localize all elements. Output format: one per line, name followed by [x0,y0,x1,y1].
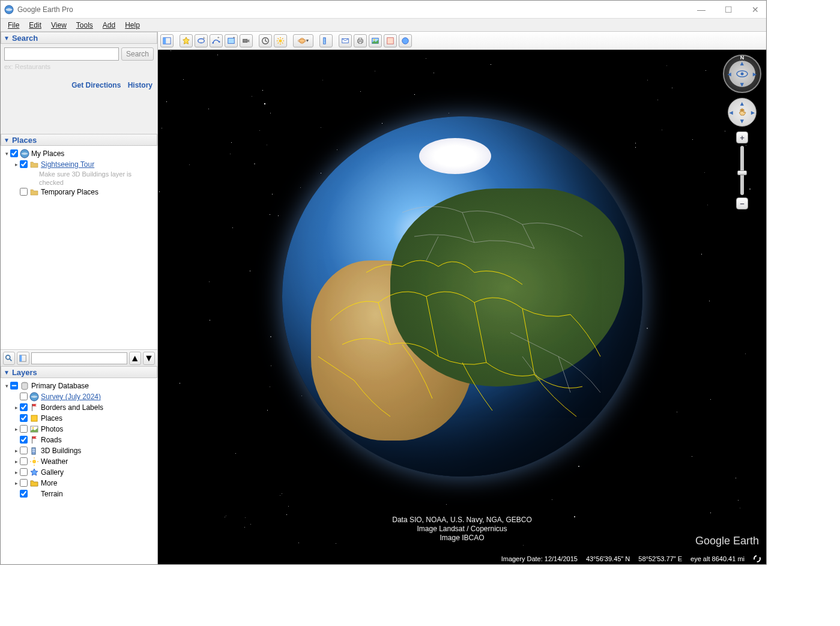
layers-item-weather[interactable]: ▸Weather [1,456,157,467]
expand-arrow[interactable]: ▸ [13,457,20,466]
menu-view[interactable]: View [47,20,70,31]
map-viewport[interactable]: Data SIO, NOAA, U.S. Navy, NGA, GEBCO Im… [158,50,766,564]
places-filter-input[interactable] [31,352,127,364]
tb-ruler[interactable] [319,34,333,47]
tb-image-overlay[interactable]: + [225,34,238,47]
places-search-icon[interactable] [3,352,15,365]
close-button[interactable]: ✕ [748,4,763,16]
tb-view-maps[interactable] [384,34,397,47]
menu-edit[interactable]: Edit [25,20,45,31]
compass-control[interactable]: N ▴ ▾ ◂ ▸ [723,55,761,93]
tb-planet[interactable]: ▾ [293,34,313,47]
search-input[interactable] [4,47,119,61]
layers-item-more[interactable]: ▸More [1,478,157,489]
tree-label[interactable]: Survey (July 2024) [41,392,101,402]
tree-label[interactable]: Weather [41,457,68,466]
tree-label[interactable]: Sightseeing Tour [41,160,94,169]
tree-label[interactable]: My Places [31,149,64,158]
search-panel-header[interactable]: ▼Search [1,32,157,44]
checkbox[interactable] [20,414,28,422]
layers-item-places[interactable]: Places [1,413,157,424]
menu-tools[interactable]: Tools [73,20,97,31]
get-directions-link[interactable]: Get Directions [71,81,121,89]
expand-arrow[interactable]: ▸ [13,468,20,477]
places-panel-header[interactable]: ▼Places [1,134,157,146]
tree-label[interactable]: Gallery [41,468,64,477]
checkbox[interactable] [20,436,28,444]
svg-text:+: + [203,37,205,40]
tree-label[interactable]: 3D Buildings [41,446,81,456]
checkbox[interactable] [20,457,28,465]
menu-file[interactable]: File [4,20,23,31]
tb-save-image[interactable] [369,34,382,47]
layers-item-roads[interactable]: Roads [1,435,157,445]
tree-label[interactable]: More [41,478,57,488]
places-item-temporary-places[interactable]: Temporary Places [1,187,157,197]
tree-label[interactable]: Primary Database [31,381,89,391]
expand-arrow[interactable]: ▸ [13,403,20,412]
places-up-button[interactable]: ▲ [129,352,141,365]
tb-sphere[interactable] [399,34,412,47]
globe[interactable] [282,116,642,477]
layers-item-borders-and-labels[interactable]: ▸Borders and Labels [1,402,157,413]
layers-item-primary-database[interactable]: ▾Primary Database [1,381,157,391]
checkbox[interactable] [20,490,28,498]
checkbox[interactable] [10,382,18,390]
svg-rect-13 [32,448,35,454]
checkbox[interactable] [20,425,28,433]
earth-icon [29,392,39,402]
tb-panel-toggle[interactable] [160,34,174,47]
search-button[interactable]: Search [121,47,154,61]
expand-arrow[interactable]: ▸ [13,478,20,488]
expand-arrow[interactable]: ▾ [3,149,10,158]
checkbox[interactable] [20,160,28,168]
zoom-in-button[interactable]: + [736,131,748,143]
expand-arrow[interactable]: ▾ [3,381,10,391]
checkbox[interactable] [20,393,28,400]
tb-polygon[interactable]: + [195,34,208,47]
tb-path[interactable]: + [210,34,223,47]
checkbox[interactable] [20,479,28,487]
checkbox[interactable] [20,447,28,454]
menu-help[interactable]: Help [121,20,144,31]
places-item-sightseeing-tour[interactable]: ▸Sightseeing Tour [1,159,157,170]
expand-arrow[interactable]: ▸ [13,446,20,456]
tree-label[interactable]: Temporary Places [41,187,98,197]
tree-label[interactable]: Borders and Labels [41,403,103,412]
checkbox[interactable] [20,468,28,476]
places-down-button[interactable]: ▼ [143,352,155,365]
menu-add[interactable]: Add [99,20,119,31]
zoom-thumb[interactable] [737,170,747,175]
layers-item-photos[interactable]: ▸Photos [1,424,157,435]
layers-item-3d-buildings[interactable]: ▸3D Buildings [1,445,157,456]
minimize-button[interactable]: — [693,4,709,16]
tree-label[interactable]: Roads [41,435,62,445]
tree-label[interactable]: Places [41,414,62,423]
zoom-out-button[interactable]: − [736,197,748,209]
tb-record-tour[interactable] [240,34,253,47]
places-panel-icon[interactable] [17,352,29,365]
layers-panel-header[interactable]: ▼Layers [1,366,157,378]
tb-historical[interactable] [259,34,272,47]
tree-label[interactable]: Photos [41,424,63,434]
tb-email[interactable] [339,34,352,47]
checkbox[interactable] [20,188,28,196]
layers-item-gallery[interactable]: ▸Gallery [1,467,157,478]
zoom-slider[interactable]: + − [736,131,748,209]
checkbox[interactable] [10,149,18,157]
history-link[interactable]: History [128,81,153,89]
maximize-button[interactable]: ☐ [721,4,736,16]
layers-item-survey-july-2024-[interactable]: Survey (July 2024) [1,391,157,402]
tb-sunlight[interactable] [274,34,287,47]
checkbox[interactable] [20,403,28,411]
zoom-track[interactable] [740,146,744,195]
title-bar: Google Earth Pro — ☐ ✕ [1,1,766,19]
places-item-my-places[interactable]: ▾My Places [1,148,157,159]
tree-label[interactable]: Terrain [41,489,63,499]
pan-control[interactable]: ▴ ▾ ◂ ▸ [728,98,757,127]
tb-placemark[interactable] [180,34,193,47]
layers-item-terrain[interactable]: Terrain [1,489,157,499]
tb-print[interactable] [354,34,367,47]
expand-arrow[interactable]: ▸ [13,424,20,434]
expand-arrow[interactable]: ▸ [13,160,20,169]
